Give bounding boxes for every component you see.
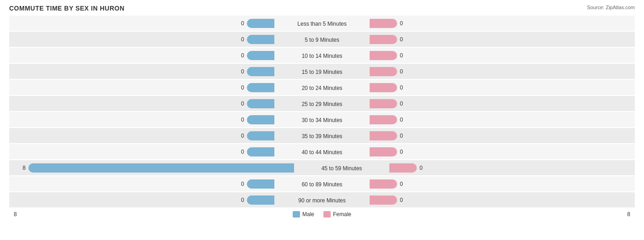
female-bar: [389, 163, 417, 173]
male-bar: [247, 19, 274, 28]
axis-right: 8: [621, 211, 630, 218]
male-bar: [247, 179, 274, 189]
female-value: 0: [400, 100, 407, 107]
right-section: 0: [368, 80, 626, 95]
male-value: 0: [237, 36, 244, 43]
right-section: 0: [368, 112, 626, 127]
title-row: COMMUTE TIME BY SEX IN HURON Source: Zip…: [9, 5, 635, 12]
female-value: 0: [400, 181, 407, 187]
male-bar: [247, 115, 274, 124]
bar-label: Less than 5 Minutes: [294, 21, 350, 27]
female-value: 0: [400, 197, 407, 203]
bar-label: 25 to 29 Minutes: [298, 101, 346, 107]
axis-left: 8: [14, 211, 23, 218]
female-value: 0: [400, 84, 407, 91]
female-bar: [370, 19, 397, 28]
male-bar: [247, 195, 274, 205]
male-value: 0: [237, 181, 244, 187]
male-value: 0: [237, 149, 244, 155]
legend-female: Female: [323, 211, 351, 218]
female-value: 0: [400, 133, 407, 139]
male-value: 0: [237, 117, 244, 123]
female-bar: [370, 83, 397, 92]
bar-row: 025 to 29 Minutes0: [9, 96, 635, 111]
male-value: 8: [18, 165, 26, 171]
chart-area: 0Less than 5 Minutes005 to 9 Minutes0010…: [9, 16, 635, 207]
bar-label: 20 to 24 Minutes: [298, 85, 346, 91]
bar-label: 40 to 44 Minutes: [298, 149, 346, 156]
right-section: 0: [368, 176, 626, 191]
source-text: Source: ZipAtlas.com: [587, 5, 635, 10]
male-swatch: [293, 211, 300, 218]
bar-row: 015 to 19 Minutes0: [9, 64, 635, 79]
right-section: 0: [368, 128, 626, 143]
male-label: Male: [302, 211, 314, 218]
legend-row: 8 Male Female 8: [9, 211, 635, 218]
chart-container: COMMUTE TIME BY SEX IN HURON Source: Zip…: [0, 0, 644, 240]
male-bar: [247, 131, 274, 140]
bar-row: 0Less than 5 Minutes0: [9, 16, 635, 31]
male-value: 0: [237, 133, 244, 139]
male-bar: [247, 67, 274, 76]
male-bar: [247, 83, 274, 92]
left-section: 0: [18, 176, 276, 191]
bar-label: 35 to 39 Minutes: [298, 133, 346, 140]
female-bar: [370, 131, 397, 140]
female-bar: [370, 35, 397, 44]
left-section: 0: [18, 144, 276, 159]
bar-row: 845 to 59 Minutes0: [9, 160, 635, 175]
female-value: 0: [400, 68, 407, 75]
bar-label: 90 or more Minutes: [295, 197, 349, 204]
male-bar: [247, 147, 274, 156]
female-bar: [370, 195, 397, 205]
right-section: 0: [368, 144, 626, 159]
left-section: 8: [18, 160, 296, 175]
bar-row: 035 to 39 Minutes0: [9, 128, 635, 143]
left-section: 0: [18, 32, 276, 47]
male-value: 0: [237, 197, 244, 203]
female-value: 0: [400, 149, 407, 155]
female-value: 0: [400, 117, 407, 123]
male-bar: [247, 35, 274, 44]
female-bar: [370, 179, 397, 189]
left-section: 0: [18, 64, 276, 79]
female-value: 0: [400, 36, 407, 43]
right-section: 0: [387, 160, 626, 175]
left-section: 0: [18, 48, 276, 63]
chart-title: COMMUTE TIME BY SEX IN HURON: [9, 5, 125, 12]
left-section: 0: [18, 16, 276, 31]
bar-row: 040 to 44 Minutes0: [9, 144, 635, 159]
female-bar: [370, 67, 397, 76]
bar-label: 60 to 89 Minutes: [298, 181, 346, 188]
male-value: 0: [237, 68, 244, 75]
bar-label: 45 to 59 Minutes: [318, 165, 366, 172]
male-value: 0: [237, 52, 244, 59]
female-value: 0: [420, 165, 427, 171]
right-section: 0: [368, 192, 626, 207]
left-section: 0: [18, 96, 276, 111]
female-bar: [370, 115, 397, 124]
female-bar: [370, 147, 397, 156]
right-section: 0: [368, 64, 626, 79]
male-value: 0: [237, 84, 244, 91]
bar-row: 010 to 14 Minutes0: [9, 48, 635, 63]
bar-label: 10 to 14 Minutes: [298, 53, 346, 59]
left-section: 0: [18, 128, 276, 143]
bar-row: 060 to 89 Minutes0: [9, 176, 635, 191]
male-bar: [28, 163, 294, 173]
bar-row: 020 to 24 Minutes0: [9, 80, 635, 95]
right-section: 0: [368, 32, 626, 47]
left-section: 0: [18, 80, 276, 95]
bar-row: 030 to 34 Minutes0: [9, 112, 635, 127]
left-section: 0: [18, 192, 276, 207]
bar-row: 05 to 9 Minutes0: [9, 32, 635, 47]
bar-label: 15 to 19 Minutes: [298, 69, 346, 75]
female-bar: [370, 51, 397, 60]
bar-label: 5 to 9 Minutes: [301, 37, 343, 43]
male-value: 0: [237, 100, 244, 107]
male-value: 0: [237, 20, 244, 27]
female-bar: [370, 99, 397, 108]
female-label: Female: [333, 211, 351, 218]
male-bar: [247, 51, 274, 60]
legend-center: Male Female: [23, 211, 621, 218]
